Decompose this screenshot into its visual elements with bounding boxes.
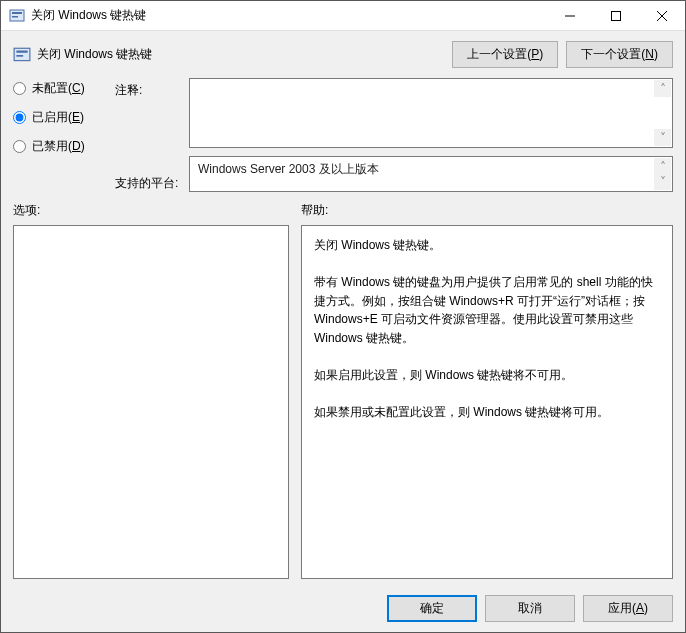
svg-rect-8 [16,50,27,52]
gpedit-policy-dialog: 关闭 Windows 键热键 关闭 Windows 键热键 上一个设置(P) 下… [0,0,686,633]
radio-not-configured-input[interactable] [13,82,26,95]
radio-not-configured[interactable]: 未配置(C) [13,80,111,97]
scroll-down-icon[interactable]: ˅ [654,173,671,190]
policy-name-label: 关闭 Windows 键热键 [37,46,152,63]
apply-button[interactable]: 应用(A) [583,595,673,622]
scroll-down-icon[interactable]: ˅ [654,129,671,146]
comment-textbox[interactable]: ˄ ˅ [189,78,673,148]
policy-icon [9,8,25,24]
svg-rect-9 [16,55,23,57]
options-label: 选项: [13,198,289,225]
radio-enabled-input[interactable] [13,111,26,124]
previous-setting-button[interactable]: 上一个设置(P) [452,41,558,68]
svg-rect-4 [612,11,621,20]
titlebar: 关闭 Windows 键热键 [1,1,685,31]
supported-platform-box: Windows Server 2003 及以上版本 ˄ ˅ [189,156,673,192]
platform-value: Windows Server 2003 及以上版本 [198,162,379,176]
close-button[interactable] [639,1,685,31]
radio-not-configured-label: 未配置(C) [32,80,85,97]
radio-disabled[interactable]: 已禁用(D) [13,138,111,155]
cancel-button[interactable]: 取消 [485,595,575,622]
svg-rect-0 [10,10,24,21]
options-pane [13,225,289,579]
svg-rect-7 [14,48,30,60]
dialog-footer: 确定 取消 应用(A) [1,587,685,632]
svg-rect-2 [12,16,18,18]
minimize-button[interactable] [547,1,593,31]
window-title: 关闭 Windows 键热键 [31,7,547,24]
help-pane: 关闭 Windows 键热键。 带有 Windows 键的键盘为用户提供了启用常… [301,225,673,579]
comment-label: 注释: [115,82,185,99]
policy-icon-small [13,46,31,64]
maximize-button[interactable] [593,1,639,31]
scroll-up-icon[interactable]: ˄ [654,80,671,97]
help-label: 帮助: [301,198,673,225]
svg-rect-1 [12,12,22,14]
ok-button[interactable]: 确定 [387,595,477,622]
next-setting-button[interactable]: 下一个设置(N) [566,41,673,68]
radio-disabled-input[interactable] [13,140,26,153]
radio-enabled[interactable]: 已启用(E) [13,109,111,126]
radio-enabled-label: 已启用(E) [32,109,84,126]
header-row: 关闭 Windows 键热键 上一个设置(P) 下一个设置(N) [1,31,685,74]
radio-disabled-label: 已禁用(D) [32,138,85,155]
platform-label: 支持的平台: [115,175,185,192]
